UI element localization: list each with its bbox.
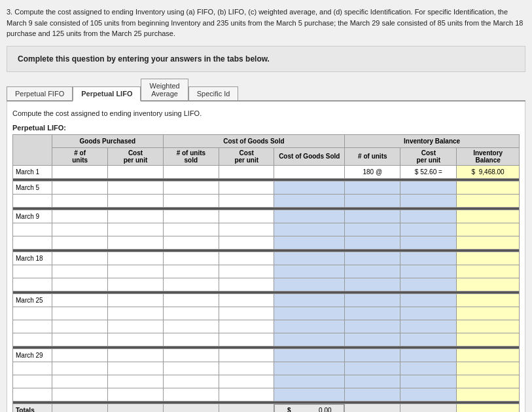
input[interactable] (347, 239, 397, 246)
cell[interactable] (163, 194, 219, 207)
cell[interactable] (52, 236, 108, 249)
cell[interactable] (108, 252, 163, 265)
cell[interactable] (163, 388, 219, 401)
input[interactable] (222, 281, 271, 288)
cell[interactable] (219, 293, 274, 307)
input[interactable] (222, 297, 271, 304)
input[interactable] (111, 310, 160, 317)
tab-perpetual-fifo[interactable]: Perpetual FIFO (7, 86, 73, 100)
input[interactable] (277, 255, 342, 262)
input[interactable] (222, 352, 271, 359)
cell[interactable] (52, 307, 108, 320)
input[interactable] (222, 197, 271, 204)
input[interactable] (277, 281, 342, 288)
input[interactable] (111, 184, 160, 191)
input[interactable] (222, 323, 271, 330)
cell[interactable] (163, 362, 219, 375)
cell[interactable] (400, 388, 457, 401)
cell[interactable] (345, 181, 400, 194)
cell[interactable] (345, 210, 400, 223)
input[interactable] (459, 323, 516, 330)
cell[interactable] (52, 403, 108, 412)
cell[interactable] (219, 165, 274, 178)
cell[interactable] (163, 252, 219, 265)
input[interactable] (111, 168, 160, 176)
cell[interactable] (219, 320, 274, 333)
cell[interactable] (52, 362, 108, 375)
cell[interactable] (345, 403, 400, 412)
cell[interactable] (108, 388, 163, 401)
cell[interactable] (219, 307, 274, 320)
cell[interactable] (274, 236, 345, 249)
cell[interactable] (219, 348, 274, 362)
input[interactable] (277, 310, 342, 317)
total-cogs-input[interactable] (293, 407, 332, 412)
input[interactable] (277, 391, 342, 398)
cell[interactable] (400, 194, 457, 207)
input[interactable] (277, 197, 342, 204)
input[interactable] (55, 378, 105, 385)
cell[interactable] (457, 181, 520, 194)
input[interactable] (459, 365, 516, 372)
cell[interactable] (219, 375, 274, 388)
cell[interactable] (108, 165, 163, 178)
cell[interactable] (274, 265, 345, 278)
cell[interactable] (457, 223, 520, 236)
cell[interactable] (274, 320, 345, 333)
cell[interactable] (219, 362, 274, 375)
cell[interactable] (108, 223, 163, 236)
input[interactable] (111, 352, 160, 359)
input[interactable] (347, 184, 397, 191)
input[interactable] (347, 297, 397, 304)
input[interactable] (55, 255, 105, 262)
cell[interactable] (345, 362, 400, 375)
cell[interactable] (219, 388, 274, 401)
input[interactable] (277, 365, 342, 372)
cell[interactable] (345, 194, 400, 207)
input[interactable] (403, 336, 453, 343)
cell[interactable] (400, 362, 457, 375)
input[interactable] (403, 226, 453, 233)
cell[interactable] (274, 388, 345, 401)
input[interactable] (459, 352, 516, 359)
cell[interactable] (274, 307, 345, 320)
cell[interactable] (108, 362, 163, 375)
input[interactable] (111, 268, 160, 275)
input[interactable] (111, 213, 160, 220)
input[interactable] (111, 297, 160, 304)
input[interactable] (277, 184, 342, 191)
cell[interactable] (457, 348, 520, 362)
cell[interactable] (163, 348, 219, 362)
cell[interactable] (163, 181, 219, 194)
cell[interactable] (52, 388, 108, 401)
input[interactable] (459, 184, 516, 191)
cell[interactable] (457, 375, 520, 388)
tab-specific-id[interactable]: Specific Id (188, 86, 239, 100)
tab-weighted-average[interactable]: WeightedAverage (141, 79, 188, 100)
input[interactable] (347, 391, 397, 398)
input[interactable] (166, 281, 216, 288)
input[interactable] (403, 378, 453, 385)
cell[interactable] (274, 223, 345, 236)
input[interactable] (277, 239, 342, 246)
cell[interactable] (274, 293, 345, 307)
cell[interactable] (219, 265, 274, 278)
input[interactable] (403, 255, 453, 262)
input[interactable] (55, 226, 105, 233)
input[interactable] (55, 213, 105, 220)
cell[interactable] (457, 307, 520, 320)
cell[interactable] (52, 333, 108, 346)
input[interactable] (459, 281, 516, 288)
cell[interactable] (163, 403, 219, 412)
input[interactable] (111, 365, 160, 372)
cell[interactable] (457, 362, 520, 375)
input[interactable] (166, 336, 216, 343)
cell[interactable] (52, 320, 108, 333)
cell[interactable] (52, 265, 108, 278)
cell[interactable] (400, 293, 457, 307)
input[interactable] (403, 323, 453, 330)
cell[interactable] (345, 307, 400, 320)
cell[interactable] (108, 333, 163, 346)
cell[interactable] (457, 210, 520, 223)
cell[interactable] (274, 210, 345, 223)
